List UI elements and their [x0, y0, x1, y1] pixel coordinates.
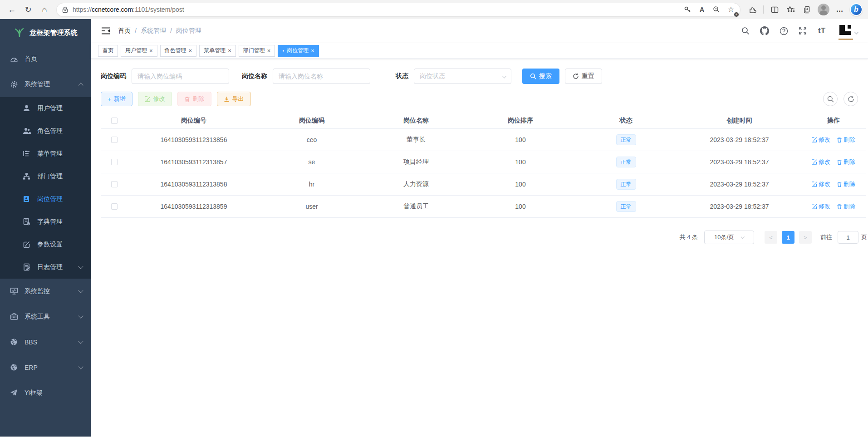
- row-delete-link[interactable]: 删除: [837, 202, 855, 211]
- chevron-down-icon: [78, 364, 83, 369]
- tab-role-mgmt[interactable]: 角色管理 ×: [160, 45, 197, 57]
- password-key-icon[interactable]: [681, 3, 694, 16]
- delete-link-label: 删除: [843, 180, 855, 188]
- sidebar-item-users[interactable]: 用户管理: [0, 97, 91, 120]
- column-header: 岗位编码: [260, 117, 364, 125]
- row-edit-link[interactable]: 修改: [812, 202, 830, 211]
- close-icon[interactable]: ×: [189, 48, 192, 54]
- select-all-checkbox[interactable]: [111, 118, 118, 124]
- sidebar-item-dictionaries[interactable]: 字典管理: [0, 211, 91, 233]
- sidebar-item-monitor[interactable]: 系统监控: [0, 279, 91, 304]
- browser-home-button[interactable]: ⌂: [37, 2, 52, 17]
- extensions-icon[interactable]: [745, 2, 760, 17]
- row-checkbox[interactable]: [111, 203, 118, 210]
- refresh-table-button[interactable]: [843, 92, 858, 106]
- user-avatar-menu[interactable]: [836, 24, 858, 38]
- read-aloud-icon[interactable]: A: [696, 3, 708, 16]
- prev-page-button[interactable]: <: [765, 231, 777, 244]
- close-icon[interactable]: ×: [149, 48, 153, 54]
- app-logo[interactable]: 意框架管理系统: [0, 19, 91, 46]
- help-icon[interactable]: [779, 26, 789, 36]
- status-select-value: 岗位状态: [420, 72, 445, 80]
- sidebar-item-label: Yi框架: [25, 389, 83, 397]
- goto-label: 前往: [820, 233, 832, 241]
- address-bar[interactable]: https://ccnetcore.com:1101/system/post A…: [56, 3, 740, 17]
- sidebar-item-roles[interactable]: 角色管理: [0, 120, 91, 142]
- refresh-icon: [848, 96, 854, 103]
- user-icon: [23, 104, 31, 113]
- sidebar-item-yi-framework[interactable]: Yi框架: [0, 380, 91, 406]
- edit-button[interactable]: 修改: [138, 92, 172, 106]
- page-unit-label: 页: [861, 233, 867, 241]
- sidebar-item-logs[interactable]: 日志管理: [0, 256, 91, 279]
- reset-button[interactable]: 重置: [565, 69, 602, 84]
- zoom-out-icon[interactable]: [710, 3, 723, 16]
- add-button[interactable]: + 新增: [101, 92, 132, 106]
- settings-menu-icon[interactable]: …: [833, 2, 847, 17]
- post-code-input[interactable]: [132, 69, 229, 84]
- split-screen-icon[interactable]: [767, 2, 782, 17]
- close-icon[interactable]: ×: [311, 48, 314, 54]
- org-tree-icon: [23, 172, 31, 181]
- table-row: 1641030593112313856 ceo 董事长 100 正常 2023-…: [101, 129, 866, 151]
- favorites-icon[interactable]: [784, 2, 798, 17]
- next-page-button[interactable]: >: [799, 231, 812, 244]
- post-name-input[interactable]: [273, 69, 370, 84]
- profile-avatar[interactable]: [816, 2, 831, 17]
- status-select[interactable]: 岗位状态: [414, 69, 511, 84]
- sidebar-item-departments[interactable]: 部门管理: [0, 165, 91, 188]
- fullscreen-icon[interactable]: [798, 26, 808, 36]
- page-size-select[interactable]: 10条/页: [704, 231, 754, 244]
- toggle-search-button[interactable]: [823, 92, 838, 106]
- tab-post-mgmt[interactable]: ● 岗位管理 ×: [278, 45, 319, 57]
- row-delete-link[interactable]: 删除: [837, 180, 855, 188]
- row-checkbox[interactable]: [111, 137, 118, 143]
- tree-table-icon: [23, 150, 31, 158]
- paper-plane-icon: [10, 389, 18, 397]
- tab-dept-mgmt[interactable]: 部门管理 ×: [239, 45, 275, 57]
- row-checkbox[interactable]: [111, 181, 118, 187]
- sidebar-collapse-icon[interactable]: [101, 26, 111, 36]
- sidebar-item-tools[interactable]: 系统工具: [0, 304, 91, 329]
- row-edit-link[interactable]: 修改: [812, 180, 830, 188]
- edit-icon: [812, 137, 817, 142]
- tab-menu-mgmt[interactable]: 菜单管理 ×: [199, 45, 236, 57]
- row-checkbox[interactable]: [111, 159, 118, 165]
- tab-home[interactable]: 首页: [98, 45, 118, 57]
- sidebar-item-menus[interactable]: 菜单管理: [0, 142, 91, 165]
- row-delete-link[interactable]: 删除: [837, 136, 855, 144]
- export-button[interactable]: 导出: [217, 92, 251, 106]
- header-search-icon[interactable]: [740, 26, 750, 36]
- sidebar-item-parameters[interactable]: 参数设置: [0, 233, 91, 256]
- sidebar-item-home[interactable]: 首页: [0, 46, 91, 72]
- close-icon[interactable]: ×: [267, 48, 271, 54]
- bing-copilot-icon[interactable]: b: [849, 2, 863, 17]
- github-icon[interactable]: [760, 26, 770, 36]
- delete-button[interactable]: 删除: [177, 92, 211, 106]
- browser-back-button[interactable]: ←: [5, 2, 19, 17]
- page-number-button[interactable]: 1: [782, 231, 794, 244]
- goto-page-input[interactable]: [838, 231, 858, 244]
- tab-label: 首页: [103, 47, 113, 54]
- tab-user-mgmt[interactable]: 用户管理 ×: [121, 45, 157, 57]
- breadcrumb-system[interactable]: 系统管理: [141, 27, 166, 35]
- search-button[interactable]: 搜索: [522, 69, 559, 84]
- sidebar-item-label: 参数设置: [37, 241, 83, 249]
- font-size-icon[interactable]: tT: [817, 26, 827, 36]
- browser-refresh-button[interactable]: ↻: [21, 2, 35, 17]
- sidebar-item-erp[interactable]: ERP: [0, 355, 91, 380]
- row-edit-link[interactable]: 修改: [812, 136, 830, 144]
- sidebar-item-posts[interactable]: 岗位管理: [0, 188, 91, 211]
- close-icon[interactable]: ×: [228, 48, 231, 54]
- sidebar-item-system[interactable]: 系统管理: [0, 72, 91, 97]
- chevron-up-icon: [78, 83, 83, 88]
- chevron-down-icon: [78, 288, 83, 293]
- row-edit-link[interactable]: 修改: [812, 158, 830, 166]
- sidebar-item-bbs[interactable]: BBS: [0, 329, 91, 355]
- collections-icon[interactable]: [800, 2, 814, 17]
- post-id-cell: 1641030593112313857: [128, 158, 260, 166]
- breadcrumb-home[interactable]: 首页: [118, 27, 131, 35]
- sidebar-item-label: 菜单管理: [37, 150, 83, 158]
- row-delete-link[interactable]: 删除: [837, 158, 855, 166]
- add-favorite-icon[interactable]: ☆+: [725, 3, 737, 16]
